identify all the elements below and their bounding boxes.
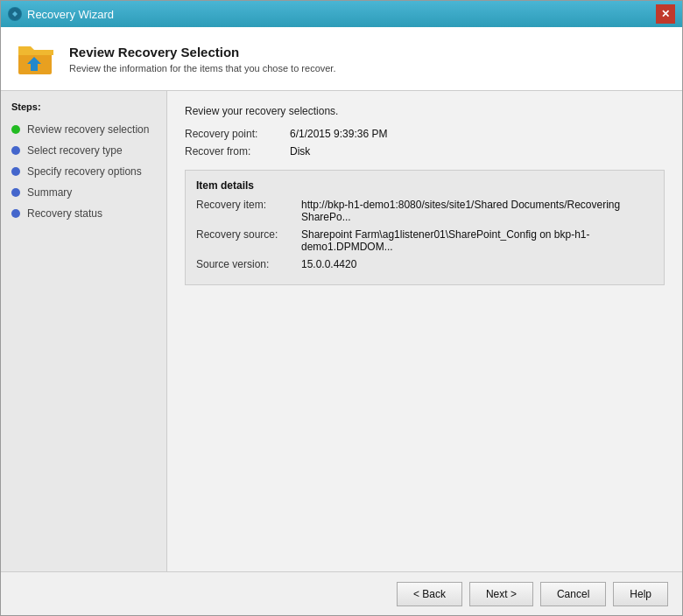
- recovery-source-label: Recovery source:: [196, 228, 301, 253]
- sidebar-item-label: Review recovery selection: [27, 123, 149, 136]
- cancel-button[interactable]: Cancel: [540, 582, 606, 606]
- sidebar-item-label: Select recovery type: [27, 144, 123, 157]
- recover-from-value: Disk: [290, 145, 310, 158]
- item-details-section: Item details Recovery item: http://bkp-h…: [185, 170, 665, 285]
- sidebar-item-summary[interactable]: Summary: [1, 182, 166, 203]
- dot-icon-blue: [11, 167, 20, 176]
- sidebar-item-select-recovery-type[interactable]: Select recovery type: [1, 140, 166, 161]
- content-area: Steps: Review recovery selection Select …: [1, 91, 682, 571]
- window-title: Recovery Wizard: [27, 8, 114, 21]
- recovery-point-value: 6/1/2015 9:39:36 PM: [290, 128, 387, 140]
- sidebar-item-label: Recovery status: [27, 207, 102, 220]
- title-bar-left: Recovery Wizard: [8, 7, 114, 21]
- close-button[interactable]: ✕: [656, 4, 675, 24]
- item-details-title: Item details: [196, 179, 653, 192]
- recovery-item-label: Recovery item:: [196, 199, 301, 223]
- main-panel: Review your recovery selections. Recover…: [167, 91, 682, 571]
- header-icon: [15, 38, 57, 80]
- header-section: Review Recovery Selection Review the inf…: [1, 27, 682, 91]
- dot-icon-blue: [11, 146, 20, 155]
- recovery-point-label: Recovery point:: [185, 128, 290, 140]
- recovery-point-row: Recovery point: 6/1/2015 9:39:36 PM: [185, 128, 665, 140]
- sidebar-item-specify-recovery-options[interactable]: Specify recovery options: [1, 161, 166, 182]
- header-text: Review Recovery Selection Review the inf…: [69, 45, 335, 74]
- title-bar: Recovery Wizard ✕: [1, 1, 682, 27]
- recovery-wizard-window: Recovery Wizard ✕ Review Recovery Select…: [0, 0, 683, 616]
- recovery-source-value: Sharepoint Farm\ag1listener01\SharePoint…: [301, 228, 653, 253]
- source-version-value: 15.0.0.4420: [301, 258, 356, 270]
- svg-rect-2: [18, 46, 31, 50]
- app-icon: [8, 7, 22, 21]
- header-title: Review Recovery Selection: [69, 45, 335, 60]
- sidebar-item-review-recovery-selection[interactable]: Review recovery selection: [1, 119, 166, 140]
- source-version-label: Source version:: [196, 258, 301, 270]
- help-button[interactable]: Help: [613, 582, 668, 606]
- sidebar-steps-label: Steps:: [1, 102, 166, 119]
- recover-from-row: Recover from: Disk: [185, 145, 665, 158]
- footer: < Back Next > Cancel Help: [1, 571, 682, 615]
- back-button[interactable]: < Back: [397, 582, 462, 606]
- source-version-row: Source version: 15.0.0.4420: [196, 258, 653, 270]
- next-button[interactable]: Next >: [469, 582, 533, 606]
- dot-icon-blue: [11, 188, 20, 197]
- main-intro-text: Review your recovery selections.: [185, 105, 665, 117]
- recovery-source-row: Recovery source: Sharepoint Farm\ag1list…: [196, 228, 653, 253]
- dot-icon-green: [11, 125, 20, 134]
- recovery-item-value: http://bkp-h1-demo1:8080/sites/site1/Sha…: [301, 199, 653, 223]
- sidebar-item-label: Specify recovery options: [27, 165, 142, 178]
- recovery-item-row: Recovery item: http://bkp-h1-demo1:8080/…: [196, 199, 653, 223]
- sidebar: Steps: Review recovery selection Select …: [1, 91, 167, 571]
- dot-icon-blue: [11, 209, 20, 218]
- sidebar-item-label: Summary: [27, 186, 72, 199]
- header-subtitle: Review the information for the items tha…: [69, 63, 335, 74]
- recover-from-label: Recover from:: [185, 145, 290, 158]
- sidebar-item-recovery-status[interactable]: Recovery status: [1, 203, 166, 224]
